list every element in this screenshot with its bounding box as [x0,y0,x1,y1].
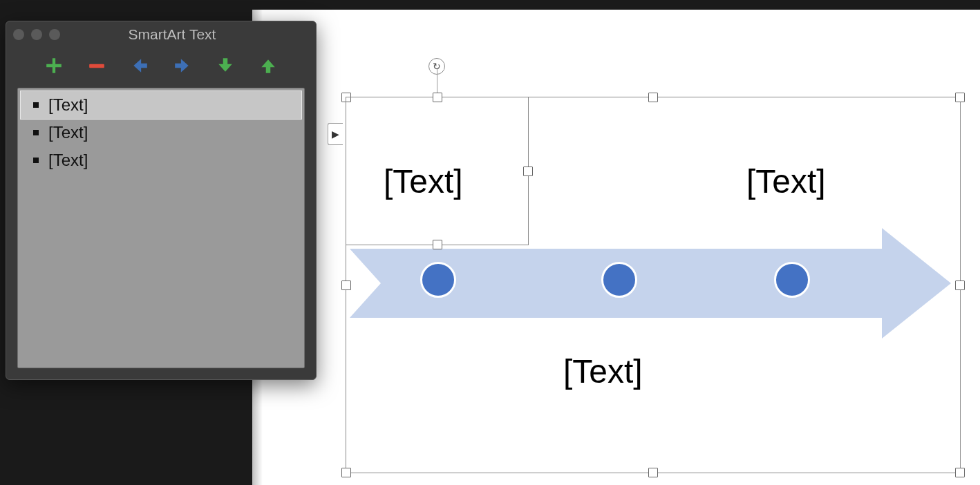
bullet-item[interactable]: [Text] [21,91,301,119]
arrow-left-icon [131,57,149,75]
add-bullet-button[interactable] [43,55,65,77]
arrow-up-icon [259,57,277,75]
bullet-item-label: [Text] [48,95,88,115]
timeline-dot-2[interactable] [601,262,637,298]
inner-handle-bm[interactable] [433,240,442,249]
window-controls [13,29,60,40]
arrow-down-icon [216,57,234,75]
pane-toolbar [6,48,316,84]
smartart-graphic[interactable]: ↻ ▶ [Text] [Text] [Text] [346,97,961,473]
demote-button[interactable] [171,55,194,77]
minus-icon [88,57,106,75]
inner-text-selection[interactable] [346,97,529,245]
resize-handle-bm[interactable] [648,468,658,477]
resize-handle-br[interactable] [955,468,965,477]
pane-title: SmartArt Text [70,26,309,43]
resize-handle-bl[interactable] [341,468,351,477]
svg-rect-0 [89,64,104,68]
move-down-button[interactable] [214,55,236,77]
minimize-window-icon[interactable] [31,29,42,40]
bullet-item[interactable]: [Text] [18,119,304,146]
chevron-right-icon: ▶ [332,129,339,140]
text-placeholder-2[interactable]: [Text] [563,352,643,390]
bullet-marker-icon [33,130,39,135]
resize-handle-mr[interactable] [955,280,965,290]
inner-handle-tm[interactable] [433,93,442,102]
plus-icon [45,57,63,75]
inner-handle-mr[interactable] [523,167,533,176]
move-up-button[interactable] [257,55,279,77]
text-placeholder-3[interactable]: [Text] [746,162,826,200]
bullet-item-label: [Text] [48,151,88,170]
close-window-icon[interactable] [13,29,24,40]
timeline-dot-1[interactable] [420,262,456,298]
resize-handle-tr[interactable] [955,93,965,102]
resize-handle-tm[interactable] [648,93,658,102]
timeline-dot-3[interactable] [774,262,810,298]
bullet-item-label: [Text] [48,123,88,142]
bullet-marker-icon [33,158,39,163]
arrow-right-icon [173,57,191,75]
promote-button[interactable] [129,55,151,77]
bullet-list[interactable]: [Text] [Text] [Text] [17,88,305,368]
bullet-item[interactable]: [Text] [18,146,304,174]
pane-titlebar[interactable]: SmartArt Text [6,21,316,48]
expand-text-pane-button[interactable]: ▶ [328,123,343,145]
bullet-marker-icon [33,102,39,108]
remove-bullet-button[interactable] [86,55,108,77]
zoom-window-icon[interactable] [49,29,60,40]
smartart-text-pane[interactable]: SmartArt Text [Text] [Text] [6,21,317,380]
